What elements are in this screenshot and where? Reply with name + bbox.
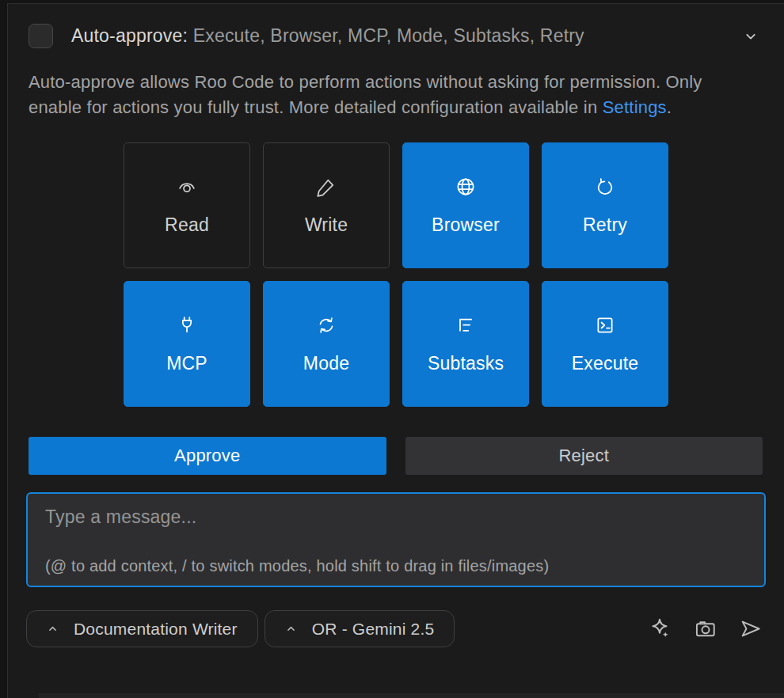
tile-read[interactable]: Read bbox=[124, 142, 250, 268]
pencil-icon bbox=[315, 176, 337, 198]
mode-selector[interactable]: Documentation Writer bbox=[26, 610, 258, 647]
footer-bar: Documentation Writer OR - Gemini 2.5 bbox=[8, 610, 784, 647]
footer-icon-group bbox=[648, 616, 763, 641]
list-tree-icon bbox=[455, 314, 477, 336]
auto-approve-description: Auto-approve allows Roo Code to perform … bbox=[8, 70, 733, 120]
approve-button[interactable]: Approve bbox=[29, 437, 386, 475]
description-suffix: . bbox=[667, 97, 672, 117]
tile-label: Write bbox=[305, 214, 348, 236]
message-hint: (@ to add context, / to switch modes, ho… bbox=[45, 557, 549, 575]
chevron-up-icon bbox=[285, 623, 297, 635]
auto-approve-title: Auto-approve: Execute, Browser, MCP, Mod… bbox=[71, 25, 584, 47]
refresh-icon bbox=[594, 176, 616, 198]
bottom-divider bbox=[39, 693, 784, 698]
tile-write[interactable]: Write bbox=[263, 142, 390, 268]
send-icon bbox=[738, 616, 763, 641]
message-input[interactable]: Type a message... (@ to add context, / t… bbox=[26, 492, 766, 587]
auto-approve-header[interactable]: Auto-approve: Execute, Browser, MCP, Mod… bbox=[8, 24, 784, 48]
tile-label: Read bbox=[165, 214, 209, 236]
send-button[interactable] bbox=[738, 616, 763, 641]
tile-label: Subtasks bbox=[428, 353, 504, 374]
tile-label: Mode bbox=[303, 353, 349, 374]
auto-approve-panel: Auto-approve: Execute, Browser, MCP, Mod… bbox=[7, 3, 784, 698]
model-selector[interactable]: OR - Gemini 2.5 bbox=[265, 610, 455, 647]
tile-label: Browser bbox=[432, 214, 500, 236]
mode-selector-label: Documentation Writer bbox=[74, 620, 238, 639]
tile-label: Execute bbox=[572, 353, 639, 374]
sync-icon bbox=[315, 314, 337, 336]
tile-execute[interactable]: Execute bbox=[542, 281, 668, 407]
tile-browser[interactable]: Browser bbox=[402, 142, 529, 268]
globe-icon bbox=[455, 176, 477, 198]
tile-mcp[interactable]: MCP bbox=[124, 281, 250, 407]
model-selector-label: OR - Gemini 2.5 bbox=[312, 620, 435, 639]
description-text: Auto-approve allows Roo Code to perform … bbox=[29, 72, 702, 117]
chevron-up-icon bbox=[47, 623, 59, 635]
tile-subtasks[interactable]: Subtasks bbox=[402, 281, 529, 407]
auto-approve-grid: ReadWriteBrowserRetryMCPModeSubtasksExec… bbox=[8, 142, 784, 407]
add-images-button[interactable] bbox=[693, 616, 717, 641]
chevron-down-icon[interactable] bbox=[741, 27, 760, 46]
settings-link[interactable]: Settings bbox=[603, 97, 667, 117]
tile-retry[interactable]: Retry bbox=[542, 142, 668, 268]
tile-label: MCP bbox=[166, 353, 207, 374]
camera-icon bbox=[693, 616, 717, 641]
auto-approve-title-label: Auto-approve: bbox=[71, 25, 188, 46]
plug-icon bbox=[176, 314, 198, 336]
enhance-prompt-button[interactable] bbox=[648, 616, 672, 641]
action-buttons: Approve Reject bbox=[8, 437, 784, 475]
message-placeholder: Type a message... bbox=[45, 506, 196, 528]
sparkle-icon bbox=[648, 616, 672, 641]
eye-icon bbox=[176, 176, 198, 198]
tile-mode[interactable]: Mode bbox=[263, 281, 390, 407]
tile-label: Retry bbox=[583, 214, 627, 236]
auto-approve-summary: Execute, Browser, MCP, Mode, Subtasks, R… bbox=[193, 25, 584, 46]
reject-button[interactable]: Reject bbox=[405, 437, 763, 475]
auto-approve-checkbox[interactable] bbox=[29, 24, 53, 48]
terminal-icon bbox=[594, 314, 616, 336]
